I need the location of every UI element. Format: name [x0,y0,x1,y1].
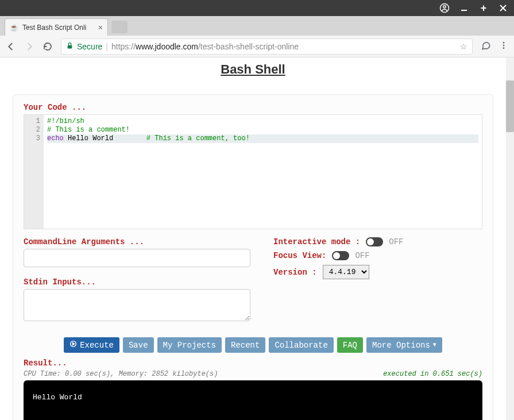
focus-view-state: OFF [355,251,369,260]
execution-time: executed in 0.651 sec(s) [383,370,482,378]
bookmark-star-icon[interactable]: ☆ [460,42,467,51]
back-button[interactable] [6,41,16,52]
close-window-icon[interactable] [498,3,508,13]
tab-favicon-icon: ☕ [10,23,19,32]
focus-view-label: Focus View: [273,251,326,260]
recent-button[interactable]: Recent [225,337,265,353]
secure-label: Secure [77,42,102,51]
your-code-label: Your Code ... [24,103,482,112]
faq-button[interactable]: FAQ [337,337,363,353]
output-console: Hello World [24,380,482,420]
version-label: Version : [273,268,317,277]
os-titlebar: + [0,0,514,16]
page-title: Bash Shell [0,57,506,82]
svg-marker-10 [73,342,75,345]
tab-title: Test Bash Script Onli [22,24,95,32]
more-options-button[interactable]: More Options ▼ [366,337,442,353]
code-editor[interactable]: 1 2 3 #!/bin/sh # This is a comment! ech… [24,114,482,229]
cmdline-label: CommandLine Arguments ... [24,237,250,246]
url-text: https://www.jdoodle.com/test-bash-shell-… [111,42,299,51]
browser-toolbar: Secure | https://www.jdoodle.com/test-ba… [0,36,514,57]
action-buttons: Execute Save My Projects Recent Collabor… [24,337,482,353]
stdin-input[interactable] [24,289,250,321]
svg-point-7 [503,44,505,46]
interactive-label: Interactive mode : [273,237,360,246]
scrollbar-thumb[interactable] [506,80,514,132]
page-viewport: Bash Shell Your Code ... 1 2 3 #!/bin/sh… [0,57,514,420]
comment-icon[interactable] [481,40,491,53]
main-panel: Your Code ... 1 2 3 #!/bin/sh # This is … [13,94,493,420]
console-output: Hello World [33,393,473,402]
maximize-icon[interactable]: + [478,3,489,13]
execute-icon [69,340,77,350]
my-projects-button[interactable]: My Projects [157,337,222,353]
result-label: Result... [24,359,482,368]
save-button[interactable]: Save [123,337,154,353]
url-separator: | [106,42,108,51]
svg-rect-5 [68,45,72,48]
menu-icon[interactable] [499,41,508,52]
collaborate-button[interactable]: Collaborate [269,337,333,353]
address-bar[interactable]: Secure | https://www.jdoodle.com/test-ba… [61,38,473,55]
user-account-icon[interactable] [439,3,450,13]
cpu-memory-info: CPU Time: 0.00 sec(s), Memory: 2852 kilo… [24,370,218,378]
browser-tab[interactable]: ☕ Test Bash Script Onli × [5,18,108,36]
cmdline-input[interactable] [24,249,250,267]
reload-button[interactable] [42,41,53,52]
execute-button[interactable]: Execute [64,337,119,353]
focus-view-toggle[interactable] [332,251,349,260]
version-select[interactable]: 4.4.19 [323,265,369,279]
stdin-label: Stdin Inputs... [24,278,250,287]
svg-point-8 [503,47,505,49]
forward-button [24,41,34,52]
svg-point-1 [443,6,446,9]
chevron-down-icon: ▼ [433,342,436,348]
new-tab-button[interactable] [111,21,127,33]
editor-gutter: 1 2 3 [24,115,44,229]
browser-tab-bar: ☕ Test Bash Script Onli × [0,16,514,36]
lock-icon [66,42,74,51]
interactive-toggle[interactable] [366,237,383,246]
svg-point-6 [503,42,505,44]
interactive-state: OFF [389,237,403,246]
tab-close-icon[interactable]: × [98,23,103,32]
code-area[interactable]: #!/bin/sh # This is a comment! echo Hell… [44,115,482,229]
minimize-icon[interactable] [459,3,469,13]
